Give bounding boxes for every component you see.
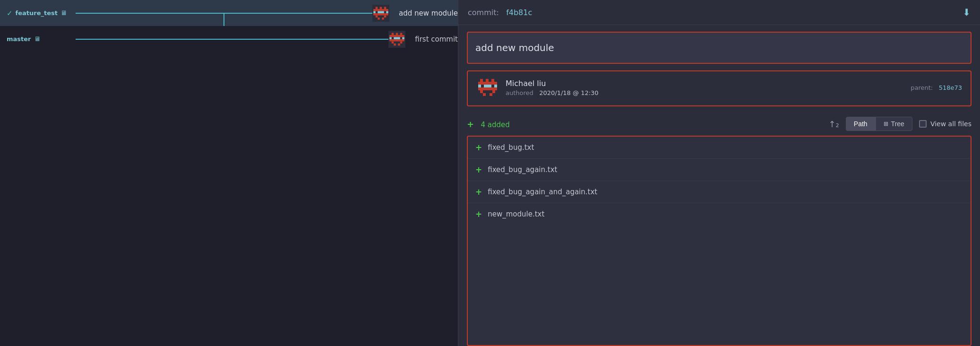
file-plus-3: + [475,209,482,219]
connector-feature-test [76,0,372,26]
svg-rect-7 [386,11,388,13]
file-plus-0: + [475,143,482,152]
svg-rect-18 [389,37,392,39]
svg-rect-29 [491,79,494,82]
author-sub: authored 2020/1/18 @ 12:30 [506,89,904,96]
author-info: Michael liu authored 2020/1/18 @ 12:30 [506,79,904,96]
view-all-text: View all files [930,120,971,128]
svg-rect-28 [486,79,489,82]
svg-rect-8 [373,13,388,16]
svg-rect-36 [492,90,495,93]
svg-rect-32 [484,85,491,87]
svg-rect-14 [392,33,394,35]
file-item-3[interactable]: + new_module.txt [468,203,971,225]
commit-hash: commit: f4b81c [468,8,532,17]
svg-rect-16 [400,33,403,35]
tree-view-button[interactable]: ⊞ Tree [876,117,912,131]
file-item-2[interactable]: + fixed_bug_again_and_again.txt [468,181,971,203]
branch-name-feature-test: feature_test [16,9,58,17]
avatar-feature-test [372,5,389,22]
author-name: Michael liu [506,79,904,88]
file-plus-1: + [475,165,482,174]
svg-rect-6 [378,11,384,13]
branch-label-master: master 🖥 [0,26,76,52]
svg-rect-24 [394,43,396,46]
svg-rect-22 [392,41,394,43]
commit-header: commit: f4b81c ⬇ [458,0,980,25]
svg-rect-38 [490,93,492,96]
parent-label: parent: [911,84,933,91]
svg-rect-31 [478,85,481,87]
file-name-3: new_module.txt [488,210,544,218]
commit-message-box: add new module [467,32,971,64]
commit-label-master: first commit [405,35,458,43]
path-view-button[interactable]: Path [846,117,876,131]
svg-rect-11 [378,17,380,20]
monitor-icon-feature-test: 🖥 [60,9,67,17]
svg-rect-10 [384,15,387,17]
file-plus-2: + [475,187,482,197]
svg-rect-20 [402,37,404,39]
svg-rect-17 [389,35,404,37]
check-icon: ✓ [7,9,13,17]
view-all-files-label[interactable]: View all files [919,120,971,128]
branch-label-feature-test: ✓ feature_test 🖥 [0,0,76,26]
branch-row-master[interactable]: master 🖥 first c [0,26,458,52]
svg-rect-33 [494,85,497,87]
sort-icon[interactable]: ↑₂ [828,119,839,129]
svg-rect-23 [400,41,403,43]
file-name-0: fixed_bug.txt [488,143,534,152]
svg-rect-1 [376,7,378,9]
commit-message-text: add new module [475,42,554,53]
added-count-value: 4 added [481,121,509,129]
svg-rect-4 [373,9,388,11]
commit-detail-panel: commit: f4b81c ⬇ add new module [458,0,980,346]
graph-panel: ✓ feature_test 🖥 [0,0,458,346]
svg-rect-3 [384,7,387,9]
branch-name-master: master [7,35,31,43]
svg-rect-12 [382,17,384,20]
author-avatar [476,76,499,99]
svg-rect-37 [483,93,486,96]
connector-master [76,26,388,52]
tree-icon: ⊞ [884,121,888,127]
authored-label: authored [506,89,533,96]
author-row: Michael liu authored 2020/1/18 @ 12:30 p… [467,70,971,106]
download-icon[interactable]: ⬇ [963,7,971,18]
file-list: + fixed_bug.txt + fixed_bug_again.txt + … [467,136,971,346]
svg-rect-21 [389,39,404,42]
added-count: + 4 added [467,119,510,129]
stats-controls-row: + 4 added ↑₂ Path ⊞ Tree View all files [458,113,980,136]
svg-rect-5 [373,11,376,13]
file-name-1: fixed_bug_again.txt [488,165,557,174]
svg-rect-30 [478,82,497,85]
svg-rect-9 [376,15,378,17]
file-item-1[interactable]: + fixed_bug_again.txt [468,159,971,181]
svg-rect-27 [480,79,483,82]
view-controls: ↑₂ Path ⊞ Tree View all files [828,117,971,131]
svg-rect-2 [380,7,382,9]
avatar-master [388,31,405,48]
branch-row-feature-test[interactable]: ✓ feature_test 🖥 [0,0,458,26]
commit-hash-value: f4b81c [506,8,532,17]
svg-rect-34 [478,87,497,90]
author-date: 2020/1/18 @ 12:30 [539,89,598,96]
view-all-checkbox[interactable] [919,120,927,128]
file-item-0[interactable]: + fixed_bug.txt [468,137,971,159]
svg-rect-25 [398,43,400,46]
svg-rect-15 [396,33,398,35]
commit-label-feature-test: add new module [389,9,458,17]
monitor-icon-master: 🖥 [34,35,40,43]
parent-info: parent: 518e73 [911,84,962,91]
svg-rect-19 [394,37,400,39]
svg-rect-35 [480,90,483,93]
file-name-2: fixed_bug_again_and_again.txt [488,188,597,196]
parent-hash: 518e73 [939,84,962,91]
